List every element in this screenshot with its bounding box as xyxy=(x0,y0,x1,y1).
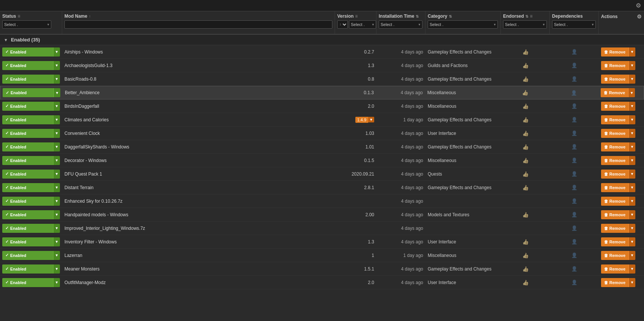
remove-dropdown-button[interactable]: ▼ xyxy=(629,264,635,274)
remove-button[interactable]: 🗑 Remove xyxy=(601,102,629,111)
enabled-button[interactable]: ✓ Enabled xyxy=(2,75,53,84)
thumbs-up-icon[interactable]: 👍 xyxy=(522,144,529,150)
thumbs-up-icon[interactable]: 👍 xyxy=(522,117,529,123)
enabled-button[interactable]: ✓ Enabled xyxy=(2,210,53,219)
settings-icon[interactable]: ⚙ xyxy=(636,2,641,9)
enabled-button[interactable]: ✓ Enabled xyxy=(2,156,53,165)
remove-dropdown-button[interactable]: ▼ xyxy=(629,251,635,260)
remove-dropdown-button[interactable]: ▼ xyxy=(629,47,635,57)
dependencies-person-icon[interactable]: 👤 xyxy=(571,239,577,245)
dependencies-person-icon[interactable]: 👤 xyxy=(571,144,577,150)
remove-dropdown-button[interactable]: ▼ xyxy=(629,102,635,111)
endorsed-sort-icon[interactable]: ⇅ xyxy=(525,14,528,18)
dependencies-person-icon[interactable]: 👤 xyxy=(571,130,577,136)
dependencies-person-icon[interactable]: 👤 xyxy=(571,63,577,68)
thumbs-up-icon[interactable]: 👍 xyxy=(522,76,529,82)
thumbs-up-icon[interactable]: 👍 xyxy=(522,280,529,286)
enabled-dropdown-button[interactable]: ▼ xyxy=(53,210,60,219)
enabled-button[interactable]: ✓ Enabled xyxy=(2,47,53,57)
dependencies-person-icon[interactable]: 👤 xyxy=(571,185,577,190)
enabled-dropdown-button[interactable]: ▼ xyxy=(53,75,60,84)
enabled-dropdown-button[interactable]: ▼ xyxy=(53,264,60,274)
remove-dropdown-button[interactable]: ▼ xyxy=(629,142,635,151)
enabled-button[interactable]: ✓ Enabled xyxy=(2,237,53,246)
installtime-sort-icon[interactable]: ⇅ xyxy=(416,14,419,18)
enabled-button[interactable]: ✓ Enabled xyxy=(2,142,53,151)
dependencies-person-icon[interactable]: 👤 xyxy=(571,252,577,258)
dependencies-person-icon[interactable]: 👤 xyxy=(571,280,577,285)
endorsed-filter-select[interactable]: Select . xyxy=(503,20,547,29)
enabled-button[interactable]: ✓ Enabled xyxy=(2,61,53,70)
remove-dropdown-button[interactable]: ▼ xyxy=(629,278,635,287)
dependencies-person-icon[interactable]: 👤 xyxy=(571,90,577,96)
remove-dropdown-button[interactable]: ▼ xyxy=(629,224,635,233)
enabled-dropdown-button[interactable]: ▼ xyxy=(53,47,60,57)
remove-button[interactable]: 🗑 Remove xyxy=(601,88,628,97)
remove-dropdown-button[interactable]: ▼ xyxy=(629,75,635,84)
remove-dropdown-button[interactable]: ▼ xyxy=(629,197,635,206)
remove-button[interactable]: 🗑 Remove xyxy=(601,47,629,57)
enabled-button[interactable]: ✓ Enabled xyxy=(3,88,54,97)
remove-dropdown-button[interactable]: ▼ xyxy=(629,237,635,246)
category-sort-icon[interactable]: ⇅ xyxy=(449,14,452,18)
remove-button[interactable]: 🗑 Remove xyxy=(601,75,629,84)
version-badge-arrow[interactable]: ▼ xyxy=(368,117,374,122)
dependencies-person-icon[interactable]: 👤 xyxy=(571,266,577,272)
remove-button[interactable]: 🗑 Remove xyxy=(601,237,629,246)
remove-button[interactable]: 🗑 Remove xyxy=(601,170,629,179)
remove-dropdown-button[interactable]: ▼ xyxy=(629,115,635,124)
version-filter-icon[interactable]: ≡ xyxy=(355,14,358,19)
dependencies-person-icon[interactable]: 👤 xyxy=(571,103,577,109)
remove-dropdown-button[interactable]: ▼ xyxy=(628,88,635,97)
enabled-dropdown-button[interactable]: ▼ xyxy=(53,156,60,165)
thumbs-up-icon[interactable]: 👍 xyxy=(522,266,529,272)
thumbs-up-icon[interactable]: 👍 xyxy=(522,63,529,69)
enabled-button[interactable]: ✓ Enabled xyxy=(2,264,53,274)
status-filter-select[interactable]: Select . xyxy=(2,20,51,29)
remove-dropdown-button[interactable]: ▼ xyxy=(629,170,635,179)
installtime-filter-select[interactable]: Select . xyxy=(379,20,422,29)
thumbs-up-icon[interactable]: 👍 xyxy=(522,185,529,191)
enabled-dropdown-button[interactable]: ▼ xyxy=(53,170,60,179)
enabled-dropdown-button[interactable]: ▼ xyxy=(53,237,60,246)
dependencies-person-icon[interactable]: 👤 xyxy=(571,198,577,204)
enabled-dropdown-button[interactable]: ▼ xyxy=(54,88,60,97)
remove-button[interactable]: 🗑 Remove xyxy=(601,224,629,233)
remove-button[interactable]: 🗑 Remove xyxy=(601,264,629,274)
enabled-button[interactable]: ✓ Enabled xyxy=(2,183,53,192)
status-filter-icon[interactable]: ≡ xyxy=(18,14,20,19)
remove-button[interactable]: 🗑 Remove xyxy=(601,278,629,287)
thumbs-up-icon[interactable]: 👍 xyxy=(522,103,529,109)
remove-dropdown-button[interactable]: ▼ xyxy=(629,210,635,219)
enabled-dropdown-button[interactable]: ▼ xyxy=(53,251,60,260)
dependencies-filter-select[interactable]: Select . xyxy=(552,20,596,29)
enabled-dropdown-button[interactable]: ▼ xyxy=(53,183,60,192)
dependencies-person-icon[interactable]: 👤 xyxy=(571,76,577,82)
enabled-dropdown-button[interactable]: ▼ xyxy=(53,278,60,287)
thumbs-up-icon[interactable]: 👍 xyxy=(522,171,529,177)
remove-button[interactable]: 🗑 Remove xyxy=(601,197,629,206)
thumbs-up-icon[interactable]: 👍 xyxy=(522,252,529,258)
remove-button[interactable]: 🗑 Remove xyxy=(601,61,629,70)
remove-button[interactable]: 🗑 Remove xyxy=(601,129,629,138)
modname-filter-input[interactable] xyxy=(64,20,332,29)
remove-button[interactable]: 🗑 Remove xyxy=(601,183,629,192)
enabled-dropdown-button[interactable]: ▼ xyxy=(53,129,60,138)
enabled-dropdown-button[interactable]: ▼ xyxy=(53,197,60,206)
remove-dropdown-button[interactable]: ▼ xyxy=(629,183,635,192)
enabled-dropdown-button[interactable]: ▼ xyxy=(53,224,60,233)
remove-dropdown-button[interactable]: ▼ xyxy=(629,129,635,138)
enabled-button[interactable]: ✓ Enabled xyxy=(2,170,53,179)
modname-sort-icon[interactable]: ↑ xyxy=(89,14,91,18)
enabled-button[interactable]: ✓ Enabled xyxy=(2,115,53,124)
category-filter-select[interactable]: Select . xyxy=(428,20,498,29)
enabled-dropdown-button[interactable]: ▼ xyxy=(53,61,60,70)
version-filter-select[interactable]: Select . xyxy=(349,20,376,29)
enabled-button[interactable]: ✓ Enabled xyxy=(2,197,53,206)
dependencies-person-icon[interactable]: 👤 xyxy=(571,117,577,122)
remove-button[interactable]: 🗑 Remove xyxy=(601,115,629,124)
remove-button[interactable]: 🗑 Remove xyxy=(601,210,629,219)
remove-dropdown-button[interactable]: ▼ xyxy=(629,156,635,165)
dependencies-person-icon[interactable]: 👤 xyxy=(571,171,577,177)
thumbs-up-icon[interactable]: 👍 xyxy=(522,239,529,245)
